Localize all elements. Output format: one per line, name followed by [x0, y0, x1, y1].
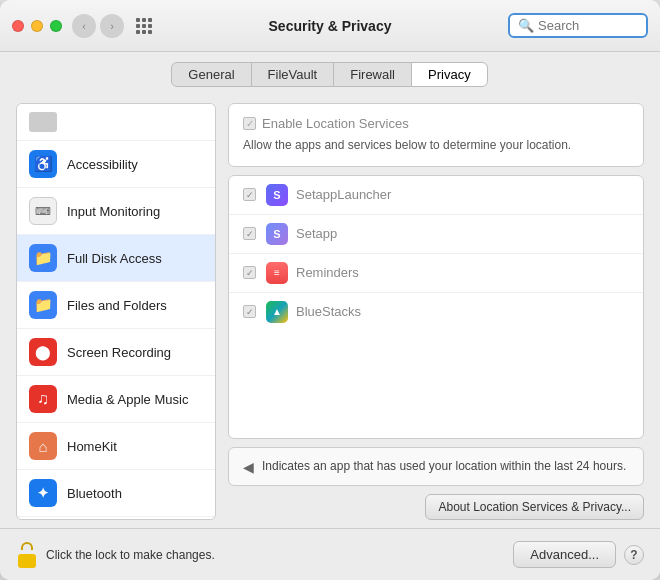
- right-panel: ✓ Enable Location Services Allow the app…: [228, 103, 644, 520]
- about-button-row: About Location Services & Privacy...: [228, 494, 644, 520]
- about-location-services-button[interactable]: About Location Services & Privacy...: [425, 494, 644, 520]
- app-row-setapplauncher: ✓ S SetappLauncher: [229, 176, 643, 215]
- bottom-right: Advanced... ?: [513, 541, 644, 568]
- tab-privacy[interactable]: Privacy: [411, 62, 488, 87]
- lock-shackle: [21, 542, 33, 550]
- accessibility-label: Accessibility: [67, 157, 138, 172]
- forward-button[interactable]: ›: [100, 14, 124, 38]
- search-input[interactable]: [538, 18, 638, 33]
- sidebar-item-location-services[interactable]: [17, 104, 215, 141]
- advanced-button[interactable]: Advanced...: [513, 541, 616, 568]
- files-and-folders-label: Files and Folders: [67, 298, 167, 313]
- setapp-name: Setapp: [296, 226, 337, 241]
- sidebar-item-media-apple-music[interactable]: ♫ Media & Apple Music: [17, 376, 215, 423]
- close-button[interactable]: [12, 20, 24, 32]
- media-apple-music-label: Media & Apple Music: [67, 392, 188, 407]
- sidebar-item-automation[interactable]: ⚙ Automation: [17, 517, 215, 520]
- reminders-icon: ≡: [266, 262, 288, 284]
- app-row-bluestacks: ✓ ▲ BlueStacks: [229, 293, 643, 331]
- tab-general[interactable]: General: [171, 62, 251, 87]
- search-box[interactable]: 🔍: [508, 13, 648, 38]
- bluestacks-icon: ▲: [266, 301, 288, 323]
- sidebar: ♿ Accessibility ⌨ Input Monitoring 📁 Ful…: [16, 103, 216, 520]
- sidebar-item-homekit[interactable]: ⌂ HomeKit: [17, 423, 215, 470]
- apps-list: ✓ S SetappLauncher ✓ S Setapp ✓: [228, 175, 644, 439]
- tab-filevault[interactable]: FileVault: [251, 62, 335, 87]
- lock-area: Click the lock to make changes.: [16, 542, 513, 568]
- location-header: ✓ Enable Location Services Allow the app…: [228, 103, 644, 167]
- help-button[interactable]: ?: [624, 545, 644, 565]
- bluetooth-label: Bluetooth: [67, 486, 122, 501]
- enable-location-row: ✓ Enable Location Services: [243, 116, 629, 131]
- window-title: Security & Privacy: [269, 18, 392, 34]
- minimize-button[interactable]: [31, 20, 43, 32]
- homekit-icon: ⌂: [29, 432, 57, 460]
- setapplauncher-name: SetappLauncher: [296, 187, 391, 202]
- bluestacks-name: BlueStacks: [296, 304, 361, 319]
- sidebar-item-input-monitoring[interactable]: ⌨ Input Monitoring: [17, 188, 215, 235]
- setapp-checkbox[interactable]: ✓: [243, 227, 256, 240]
- grid-icon: [136, 18, 152, 34]
- location-indicator-text: Indicates an app that has used your loca…: [262, 458, 626, 475]
- reminders-name: Reminders: [296, 265, 359, 280]
- location-description: Allow the apps and services below to det…: [243, 137, 629, 154]
- full-disk-access-icon: 📁: [29, 244, 57, 272]
- location-indicator: ◀ Indicates an app that has used your lo…: [228, 447, 644, 486]
- bluestacks-checkbox[interactable]: ✓: [243, 305, 256, 318]
- accessibility-icon: ♿: [29, 150, 57, 178]
- homekit-label: HomeKit: [67, 439, 117, 454]
- setapp-icon: S: [266, 223, 288, 245]
- app-row-reminders: ✓ ≡ Reminders: [229, 254, 643, 293]
- lock-body: [18, 554, 36, 568]
- back-button[interactable]: ‹: [72, 14, 96, 38]
- titlebar: ‹ › Security & Privacy 🔍: [0, 0, 660, 52]
- bluetooth-icon: ✦: [29, 479, 57, 507]
- sidebar-item-accessibility[interactable]: ♿ Accessibility: [17, 141, 215, 188]
- location-services-icon: [29, 112, 57, 132]
- tabs-bar: General FileVault Firewall Privacy: [0, 52, 660, 95]
- nav-buttons: ‹ ›: [72, 14, 124, 38]
- security-privacy-window: ‹ › Security & Privacy 🔍 General FileVau…: [0, 0, 660, 580]
- tab-firewall[interactable]: Firewall: [333, 62, 412, 87]
- media-apple-music-icon: ♫: [29, 385, 57, 413]
- app-row-setapp: ✓ S Setapp: [229, 215, 643, 254]
- screen-recording-label: Screen Recording: [67, 345, 171, 360]
- maximize-button[interactable]: [50, 20, 62, 32]
- lock-icon[interactable]: [16, 542, 38, 568]
- sidebar-item-bluetooth[interactable]: ✦ Bluetooth: [17, 470, 215, 517]
- sidebar-item-screen-recording[interactable]: ⬤ Screen Recording: [17, 329, 215, 376]
- traffic-lights: [12, 20, 62, 32]
- input-monitoring-label: Input Monitoring: [67, 204, 160, 219]
- reminders-checkbox[interactable]: ✓: [243, 266, 256, 279]
- input-monitoring-icon: ⌨: [29, 197, 57, 225]
- enable-location-checkbox[interactable]: ✓: [243, 117, 256, 130]
- sidebar-item-full-disk-access[interactable]: 📁 Full Disk Access: [17, 235, 215, 282]
- lock-text: Click the lock to make changes.: [46, 548, 215, 562]
- main-content: ♿ Accessibility ⌨ Input Monitoring 📁 Ful…: [0, 95, 660, 528]
- enable-location-label: Enable Location Services: [262, 116, 409, 131]
- screen-recording-icon: ⬤: [29, 338, 57, 366]
- grid-button[interactable]: [132, 14, 156, 38]
- location-arrow-icon: ◀: [243, 459, 254, 475]
- setapplauncher-icon: S: [266, 184, 288, 206]
- bottom-bar: Click the lock to make changes. Advanced…: [0, 528, 660, 580]
- full-disk-access-label: Full Disk Access: [67, 251, 162, 266]
- setapplauncher-checkbox[interactable]: ✓: [243, 188, 256, 201]
- sidebar-item-files-and-folders[interactable]: 📁 Files and Folders: [17, 282, 215, 329]
- search-icon: 🔍: [518, 18, 534, 33]
- files-and-folders-icon: 📁: [29, 291, 57, 319]
